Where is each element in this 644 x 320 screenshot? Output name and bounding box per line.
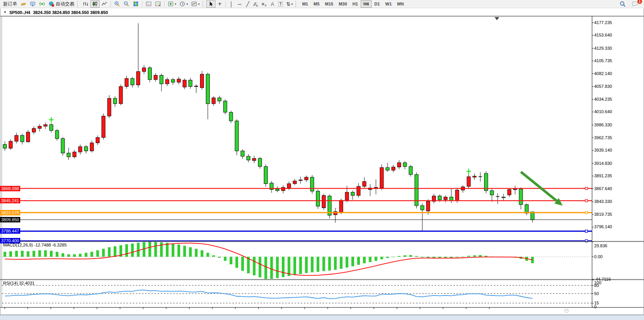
chart-canvas[interactable]: [0, 0, 644, 320]
macd-signal-line: [5, 243, 533, 275]
gold-ingot-icon[interactable]: [19, 0, 28, 8]
timeframe-h4[interactable]: H4: [361, 0, 372, 8]
horizontal-line-icon[interactable]: ─: [235, 0, 244, 8]
line-handle: [585, 187, 588, 190]
timeframe-m5[interactable]: M5: [311, 0, 322, 8]
chart-template-button[interactable]: ▾: [190, 0, 201, 8]
toolbar-grip: [202, 1, 204, 7]
timeframe-m15[interactable]: M15: [322, 0, 336, 8]
vertical-line-icon[interactable]: │: [227, 0, 235, 8]
signal-icon[interactable]: [37, 0, 47, 8]
timeframe-w1[interactable]: W1: [383, 0, 395, 8]
autotrade-globe-icon: [48, 1, 54, 7]
line-handle: [585, 199, 588, 202]
zoom-out-icon[interactable]: [122, 0, 131, 8]
collapse-arrow-icon[interactable]: ▼: [4, 10, 7, 14]
notification-badge: 1: [637, 0, 642, 4]
bar-chart-icon[interactable]: [81, 0, 90, 8]
line-handle: [3, 230, 5, 232]
dropdown-caret[interactable]: ▾: [186, 2, 188, 6]
toolbar-grip: [295, 1, 297, 7]
zoom-in-icon[interactable]: [112, 0, 122, 8]
chat-icon[interactable]: 1: [630, 0, 640, 8]
autotrade-button[interactable]: 自动交易: [47, 0, 76, 8]
timeframe-mn[interactable]: MN: [395, 0, 407, 8]
timeframe-d1[interactable]: D1: [372, 0, 383, 8]
periodicity-clock-button[interactable]: ▾: [178, 0, 190, 8]
macd-layer: [2, 242, 592, 279]
autotrade-label: 自动交易: [56, 1, 74, 7]
text-label-tool-icon[interactable]: T: [277, 0, 285, 8]
search-icon[interactable]: [618, 0, 628, 8]
toolbar-separator: [111, 1, 111, 7]
dropdown-caret[interactable]: ▾: [198, 2, 200, 6]
rsi-layer: [2, 285, 592, 303]
timeframe-h1[interactable]: H1: [350, 0, 361, 8]
terminal-icon[interactable]: [28, 0, 37, 8]
new-order-button[interactable]: 新订单: [2, 0, 19, 8]
line-chart-icon[interactable]: [100, 0, 109, 8]
rsi-line: [5, 290, 533, 299]
toolbar: 新订单 自动交易 ▾ ▾ ▾ + │ ─ ╱ //E ≡F A T ⇅▾ M1M…: [0, 0, 644, 8]
line-handle: [585, 230, 588, 232]
toolbar-separator: [225, 1, 226, 7]
fibonacci-icon[interactable]: ≡F: [260, 0, 268, 8]
timeframe-m30[interactable]: M30: [336, 0, 349, 8]
chart-ohlc-values: 3824.350 3824.850 3804.550 3809.850: [33, 10, 108, 15]
candles-layer: [3, 23, 534, 231]
cursor-icon[interactable]: [206, 0, 216, 8]
objects-window-icon[interactable]: [153, 0, 163, 8]
chart-symbol-period: SP500-,H4: [9, 10, 30, 15]
timeframe-m1[interactable]: M1: [299, 0, 311, 8]
toolbar-separator: [164, 1, 165, 7]
candlestick-chart-icon[interactable]: [90, 0, 100, 8]
equidistant-channel-icon[interactable]: //E: [252, 0, 260, 8]
corner-icon: [565, 309, 569, 313]
trend-line-icon[interactable]: ╱: [244, 0, 252, 8]
add-indicator-button[interactable]: ▾: [166, 0, 178, 8]
dropdown-caret[interactable]: ▾: [291, 2, 293, 6]
bottom-strip: [0, 315, 644, 320]
tile-windows-icon[interactable]: [131, 0, 140, 8]
shift-marker-icon: [495, 17, 499, 20]
chart-frame: [0, 9, 644, 315]
line-handle: [585, 212, 588, 214]
toolbar-separator: [142, 1, 142, 7]
text-tool-icon[interactable]: A: [268, 0, 277, 8]
toolbar-grip: [77, 1, 79, 7]
dropdown-caret[interactable]: ▾: [175, 2, 176, 6]
arrows-tool-icon[interactable]: ⇅▾: [285, 0, 295, 8]
indicators-window-icon[interactable]: [144, 0, 153, 8]
chart-window-titlebar[interactable]: ▼ SP500-,H4 3824.350 3824.850 3804.550 3…: [0, 9, 644, 16]
crosshair-icon[interactable]: +: [216, 0, 224, 8]
timeframe-bar: M1M5M15M30H1H4D1W1MN: [299, 0, 406, 8]
